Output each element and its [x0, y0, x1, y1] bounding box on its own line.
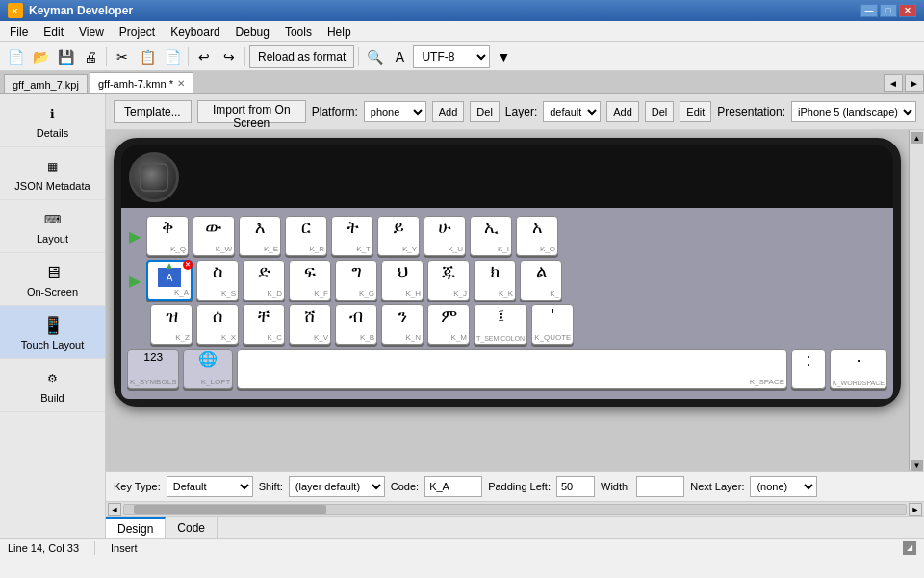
key-U[interactable]: ሁ K_U — [424, 216, 466, 256]
menu-edit[interactable]: Edit — [36, 21, 71, 42]
sidebar-item-details[interactable]: ℹ Details — [0, 94, 105, 147]
sidebar-item-touch-layout[interactable]: 📱 Touch Layout — [0, 306, 105, 359]
key-O[interactable]: አ K_O — [516, 216, 558, 256]
home-button[interactable] — [129, 152, 179, 202]
key-Z[interactable]: ዝ K_Z — [150, 304, 192, 345]
next-layer-select[interactable]: (none) default shift — [750, 476, 817, 497]
tab-kpj[interactable]: gff_amh_7.kpj — [4, 74, 88, 93]
key-space[interactable]: K_SPACE — [237, 349, 787, 389]
key-symbols[interactable]: 123 K_SYMBOLS — [127, 349, 179, 389]
key-K[interactable]: ክ K_K — [474, 260, 516, 301]
presentation-select[interactable]: iPhone 5 (landscape) iPhone 5 (portrait)… — [791, 101, 916, 122]
key-T[interactable]: ት K_T — [331, 216, 373, 256]
key-H[interactable]: ህ K_H — [381, 260, 424, 301]
new-button[interactable]: 📄 — [4, 45, 27, 68]
print-button[interactable]: 🖨 — [79, 45, 102, 68]
key-semicolon[interactable]: ፤ T_SEMICOLON — [474, 304, 527, 345]
cut-button[interactable]: ✂ — [111, 45, 134, 68]
key-L[interactable]: ል K_ — [520, 260, 562, 301]
layer-add-button[interactable]: Add — [606, 101, 639, 122]
padding-left-input[interactable] — [556, 476, 595, 497]
arrow-left-2[interactable]: ▶ — [127, 270, 142, 292]
minimize-button[interactable]: — — [860, 4, 878, 17]
code-input[interactable] — [424, 476, 482, 497]
redo-button[interactable]: ↪ — [218, 45, 241, 68]
keyboard-area[interactable]: ▲ ▼ ▶ ቅ — [106, 130, 924, 471]
platform-del-button[interactable]: Del — [470, 101, 500, 122]
menu-project[interactable]: Project — [112, 21, 163, 42]
key-N[interactable]: ን K_N — [381, 304, 424, 345]
key-C[interactable]: ቸ K_C — [243, 304, 285, 345]
key-Q[interactable]: ቅ K_Q — [146, 216, 189, 256]
close-button[interactable]: ✕ — [899, 4, 916, 17]
key-B[interactable]: ብ K_B — [335, 304, 377, 345]
key-W[interactable]: ው K_W — [192, 216, 235, 256]
menu-help[interactable]: Help — [320, 21, 359, 42]
copy-button[interactable]: 📋 — [136, 45, 159, 68]
tab-kmn[interactable]: gff-amh-7.kmn * ✕ — [90, 72, 193, 93]
menu-debug[interactable]: Debug — [228, 21, 277, 42]
key-space-code: K_SPACE — [750, 378, 784, 386]
key-M[interactable]: ም K_M — [427, 304, 470, 345]
key-F[interactable]: ፍ K_F — [289, 260, 331, 301]
scroll-down-btn[interactable]: ▼ — [911, 460, 923, 471]
key-Y[interactable]: ይ K_Y — [377, 216, 420, 256]
tab-nav-left[interactable]: ◄ — [884, 74, 903, 92]
key-A[interactable]: ✕ ▲ A K_A — [146, 260, 192, 301]
scroll-left-btn[interactable]: ◄ — [108, 503, 121, 516]
layer-select[interactable]: default shift — [543, 101, 601, 122]
width-input[interactable] — [636, 476, 684, 497]
save-button[interactable]: 💾 — [54, 45, 77, 68]
menu-file[interactable]: File — [2, 21, 36, 42]
paste-button[interactable]: 📄 — [161, 45, 184, 68]
sidebar-item-json-metadata[interactable]: ▦ JSON Metadata — [0, 147, 105, 200]
key-colon[interactable]: : — [791, 349, 826, 389]
menu-keyboard[interactable]: Keyboard — [163, 21, 227, 42]
tab-kmn-close[interactable]: ✕ — [177, 78, 185, 89]
key-V[interactable]: ሸ K_V — [289, 304, 331, 345]
tab-code[interactable]: Code — [166, 517, 218, 538]
import-from-on-screen-button[interactable]: Import from On Screen — [197, 100, 306, 123]
key-J[interactable]: ጁ K_J — [427, 260, 470, 301]
scroll-right-btn[interactable]: ► — [909, 503, 922, 516]
key-X[interactable]: ሰ K_X — [196, 304, 239, 345]
menu-tools[interactable]: Tools — [277, 21, 320, 42]
vertical-scrollbar[interactable]: ▲ ▼ — [909, 130, 924, 471]
template-button[interactable]: Template... — [114, 100, 192, 123]
shift-select[interactable]: (layer default) default shift — [289, 476, 385, 497]
key-quote[interactable]: ' K_QUOTE — [531, 304, 574, 345]
undo-button[interactable]: ↩ — [192, 45, 216, 68]
scrollbar-thumb[interactable] — [134, 505, 326, 514]
search-button[interactable]: 🔍 — [363, 45, 386, 68]
menu-view[interactable]: View — [71, 21, 112, 42]
key-G[interactable]: ግ K_G — [335, 260, 377, 301]
status-corner-btn[interactable]: ◢ — [903, 541, 916, 555]
encoding-select[interactable]: UTF-8 UTF-16 ANSI — [413, 45, 490, 68]
reload-format-button[interactable]: Reload as format — [249, 45, 354, 68]
platform-select[interactable]: phone tablet desktop — [364, 101, 426, 122]
tab-nav-right[interactable]: ► — [905, 74, 924, 92]
key-S[interactable]: ስ K_S — [196, 260, 239, 301]
key-I[interactable]: ኢ K_I — [470, 216, 512, 256]
arrow-left-1[interactable]: ▶ — [127, 225, 142, 248]
platform-add-button[interactable]: Add — [432, 101, 465, 122]
key-lopt[interactable]: 🌐 K_LOPT — [183, 349, 233, 389]
sidebar-item-on-screen[interactable]: 🖥 On-Screen — [0, 253, 105, 306]
font-button[interactable]: A — [388, 45, 411, 68]
tab-design[interactable]: Design — [106, 517, 166, 538]
maximize-button[interactable]: □ — [880, 4, 897, 17]
sidebar-item-build[interactable]: ⚙ Build — [0, 359, 105, 412]
scroll-up-btn[interactable]: ▲ — [911, 132, 923, 144]
layer-del-button[interactable]: Del — [645, 101, 675, 122]
scrollbar-track[interactable] — [123, 504, 907, 515]
key-R[interactable]: ር K_R — [285, 216, 327, 256]
key-E[interactable]: እ K_E — [239, 216, 281, 256]
encoding-arrow[interactable]: ▼ — [492, 45, 515, 68]
key-type-select[interactable]: Default Special Gap — [167, 476, 253, 497]
open-button[interactable]: 📂 — [29, 45, 52, 68]
key-D[interactable]: ድ K_D — [243, 260, 285, 301]
key-wordspace[interactable]: · K_WORDSPACE — [830, 349, 887, 389]
sidebar-item-layout[interactable]: ⌨ Layout — [0, 200, 105, 253]
layer-edit-button[interactable]: Edit — [680, 101, 711, 122]
horizontal-scrollbar[interactable]: ◄ ► — [106, 501, 924, 516]
